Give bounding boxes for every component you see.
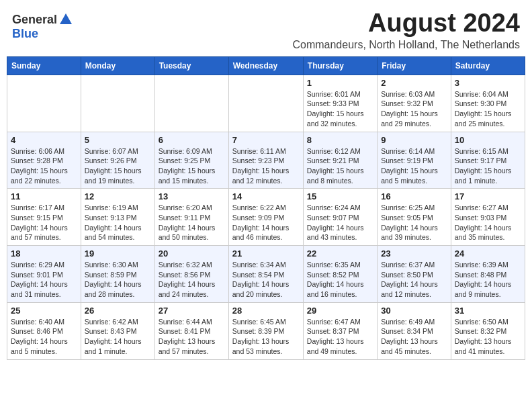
- table-row: 16Sunrise: 6:25 AMSunset: 9:05 PMDayligh…: [378, 189, 451, 246]
- table-row: 29Sunrise: 6:47 AMSunset: 8:37 PMDayligh…: [303, 302, 377, 359]
- table-row: [228, 75, 303, 132]
- cell-info: Sunrise: 6:25 AMSunset: 9:05 PMDaylight:…: [381, 203, 447, 242]
- cell-day-number: 2: [381, 78, 447, 88]
- cell-info: Sunrise: 6:06 AMSunset: 9:28 PMDaylight:…: [11, 146, 77, 186]
- cell-day-number: 29: [307, 306, 373, 316]
- cell-info: Sunrise: 6:27 AMSunset: 9:03 PMDaylight:…: [455, 203, 521, 242]
- cell-info: Sunrise: 6:24 AMSunset: 9:07 PMDaylight:…: [307, 203, 373, 242]
- table-row: 28Sunrise: 6:45 AMSunset: 8:39 PMDayligh…: [228, 302, 303, 359]
- logo-blue-text: Blue: [12, 27, 38, 41]
- title-block: August 2024 Commandeurs, North Holland, …: [292, 9, 520, 51]
- table-row: 7Sunrise: 6:11 AMSunset: 9:23 PMDaylight…: [228, 132, 303, 189]
- header-friday: Friday: [378, 56, 451, 75]
- calendar-week-row: 18Sunrise: 6:29 AMSunset: 9:01 PMDayligh…: [7, 246, 525, 303]
- cell-info: Sunrise: 6:04 AMSunset: 9:30 PMDaylight:…: [455, 89, 521, 129]
- cell-info: Sunrise: 6:11 AMSunset: 9:23 PMDaylight:…: [232, 146, 300, 186]
- table-row: 24Sunrise: 6:39 AMSunset: 8:48 PMDayligh…: [451, 246, 525, 303]
- cell-info: Sunrise: 6:45 AMSunset: 8:39 PMDaylight:…: [232, 317, 300, 357]
- header-wednesday: Wednesday: [228, 56, 303, 75]
- table-row: 18Sunrise: 6:29 AMSunset: 9:01 PMDayligh…: [7, 246, 81, 303]
- table-row: [7, 75, 81, 132]
- table-row: 25Sunrise: 6:40 AMSunset: 8:46 PMDayligh…: [7, 302, 81, 359]
- cell-info: Sunrise: 6:20 AMSunset: 9:11 PMDaylight:…: [159, 203, 225, 242]
- table-row: 8Sunrise: 6:12 AMSunset: 9:21 PMDaylight…: [303, 132, 377, 189]
- header-thursday: Thursday: [303, 56, 377, 75]
- cell-day-number: 9: [381, 135, 447, 145]
- cell-info: Sunrise: 6:03 AMSunset: 9:32 PMDaylight:…: [381, 89, 447, 129]
- cell-day-number: 5: [85, 135, 151, 145]
- cell-day-number: 13: [159, 191, 225, 201]
- logo-icon: [58, 12, 73, 27]
- cell-day-number: 7: [232, 135, 300, 145]
- cell-day-number: 19: [85, 248, 151, 259]
- table-row: [154, 75, 228, 132]
- table-row: 11Sunrise: 6:17 AMSunset: 9:15 PMDayligh…: [7, 189, 81, 246]
- cell-info: Sunrise: 6:01 AMSunset: 9:33 PMDaylight:…: [307, 89, 373, 129]
- table-row: 19Sunrise: 6:30 AMSunset: 8:59 PMDayligh…: [81, 246, 154, 303]
- cell-day-number: 8: [307, 135, 373, 145]
- table-row: 14Sunrise: 6:22 AMSunset: 9:09 PMDayligh…: [228, 189, 303, 246]
- table-row: 22Sunrise: 6:35 AMSunset: 8:52 PMDayligh…: [303, 246, 377, 303]
- cell-day-number: 28: [232, 306, 300, 316]
- table-row: 17Sunrise: 6:27 AMSunset: 9:03 PMDayligh…: [451, 189, 525, 246]
- cell-day-number: 1: [307, 78, 373, 88]
- logo-general-text: General: [12, 13, 57, 27]
- table-row: 9Sunrise: 6:14 AMSunset: 9:19 PMDaylight…: [378, 132, 451, 189]
- table-row: 4Sunrise: 6:06 AMSunset: 9:28 PMDaylight…: [7, 132, 81, 189]
- cell-info: Sunrise: 6:50 AMSunset: 8:32 PMDaylight:…: [455, 317, 521, 357]
- header-sunday: Sunday: [7, 56, 81, 75]
- table-row: 31Sunrise: 6:50 AMSunset: 8:32 PMDayligh…: [451, 302, 525, 359]
- cell-day-number: 18: [11, 248, 77, 259]
- table-row: 30Sunrise: 6:49 AMSunset: 8:34 PMDayligh…: [378, 302, 451, 359]
- logo: General Blue: [12, 12, 73, 41]
- table-row: 6Sunrise: 6:09 AMSunset: 9:25 PMDaylight…: [154, 132, 228, 189]
- cell-info: Sunrise: 6:29 AMSunset: 9:01 PMDaylight:…: [11, 260, 77, 300]
- table-row: 5Sunrise: 6:07 AMSunset: 9:26 PMDaylight…: [81, 132, 154, 189]
- cell-info: Sunrise: 6:07 AMSunset: 9:26 PMDaylight:…: [85, 146, 151, 186]
- header-tuesday: Tuesday: [154, 56, 228, 75]
- calendar-header-row: Sunday Monday Tuesday Wednesday Thursday…: [7, 56, 525, 75]
- table-row: 2Sunrise: 6:03 AMSunset: 9:32 PMDaylight…: [378, 75, 451, 132]
- cell-day-number: 24: [455, 248, 521, 259]
- cell-info: Sunrise: 6:15 AMSunset: 9:17 PMDaylight:…: [455, 146, 521, 186]
- cell-info: Sunrise: 6:22 AMSunset: 9:09 PMDaylight:…: [232, 203, 300, 242]
- table-row: 10Sunrise: 6:15 AMSunset: 9:17 PMDayligh…: [451, 132, 525, 189]
- table-row: 3Sunrise: 6:04 AMSunset: 9:30 PMDaylight…: [451, 75, 525, 132]
- cell-day-number: 17: [455, 191, 521, 201]
- cell-day-number: 27: [159, 306, 225, 316]
- header-monday: Monday: [81, 56, 154, 75]
- cell-day-number: 20: [159, 248, 225, 259]
- cell-info: Sunrise: 6:40 AMSunset: 8:46 PMDaylight:…: [11, 317, 77, 357]
- calendar-week-row: 11Sunrise: 6:17 AMSunset: 9:15 PMDayligh…: [7, 189, 525, 246]
- cell-info: Sunrise: 6:30 AMSunset: 8:59 PMDaylight:…: [85, 260, 151, 300]
- cell-day-number: 22: [307, 248, 373, 259]
- table-row: 13Sunrise: 6:20 AMSunset: 9:11 PMDayligh…: [154, 189, 228, 246]
- cell-info: Sunrise: 6:49 AMSunset: 8:34 PMDaylight:…: [381, 317, 447, 357]
- month-title: August 2024: [292, 9, 520, 38]
- cell-day-number: 30: [381, 306, 447, 316]
- cell-info: Sunrise: 6:19 AMSunset: 9:13 PMDaylight:…: [85, 203, 151, 242]
- cell-day-number: 10: [455, 135, 521, 145]
- table-row: 12Sunrise: 6:19 AMSunset: 9:13 PMDayligh…: [81, 189, 154, 246]
- cell-day-number: 14: [232, 191, 300, 201]
- cell-info: Sunrise: 6:35 AMSunset: 8:52 PMDaylight:…: [307, 260, 373, 300]
- cell-day-number: 6: [159, 135, 225, 145]
- page-header: General Blue August 2024 Commandeurs, No…: [7, 7, 525, 54]
- cell-info: Sunrise: 6:42 AMSunset: 8:43 PMDaylight:…: [85, 317, 151, 357]
- cell-day-number: 11: [11, 191, 77, 201]
- cell-day-number: 15: [307, 191, 373, 201]
- cell-info: Sunrise: 6:47 AMSunset: 8:37 PMDaylight:…: [307, 317, 373, 357]
- table-row: [81, 75, 154, 132]
- cell-info: Sunrise: 6:14 AMSunset: 9:19 PMDaylight:…: [381, 146, 447, 186]
- svg-rect-1: [63, 19, 69, 24]
- cell-info: Sunrise: 6:44 AMSunset: 8:41 PMDaylight:…: [159, 317, 225, 357]
- cell-info: Sunrise: 6:39 AMSunset: 8:48 PMDaylight:…: [455, 260, 521, 300]
- table-row: 23Sunrise: 6:37 AMSunset: 8:50 PMDayligh…: [378, 246, 451, 303]
- calendar-week-row: 4Sunrise: 6:06 AMSunset: 9:28 PMDaylight…: [7, 132, 525, 189]
- cell-day-number: 12: [85, 191, 151, 201]
- table-row: 27Sunrise: 6:44 AMSunset: 8:41 PMDayligh…: [154, 302, 228, 359]
- cell-day-number: 26: [85, 306, 151, 316]
- location-title: Commandeurs, North Holland, The Netherla…: [292, 39, 520, 51]
- cell-day-number: 25: [11, 306, 77, 316]
- header-saturday: Saturday: [451, 56, 525, 75]
